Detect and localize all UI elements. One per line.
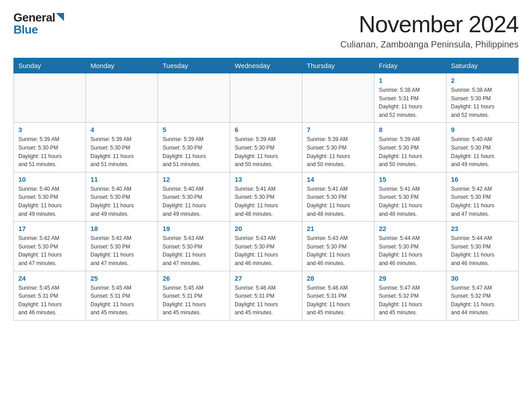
logo: General Blue <box>13 11 64 37</box>
day-info: Sunrise: 5:42 AM Sunset: 5:30 PM Dayligh… <box>90 234 153 267</box>
calendar-cell: 4Sunrise: 5:39 AM Sunset: 5:30 PM Daylig… <box>86 123 158 172</box>
header-day-thursday: Thursday <box>302 58 374 73</box>
month-title: November 2024 <box>340 11 519 38</box>
calendar-week-row: 10Sunrise: 5:40 AM Sunset: 5:30 PM Dayli… <box>14 172 519 221</box>
calendar-cell: 11Sunrise: 5:40 AM Sunset: 5:30 PM Dayli… <box>86 172 158 221</box>
calendar-cell: 27Sunrise: 5:46 AM Sunset: 5:31 PM Dayli… <box>230 271 302 320</box>
calendar-cell <box>158 73 230 123</box>
day-info: Sunrise: 5:41 AM Sunset: 5:30 PM Dayligh… <box>235 185 297 218</box>
day-info: Sunrise: 5:46 AM Sunset: 5:31 PM Dayligh… <box>307 284 369 317</box>
calendar-cell: 2Sunrise: 5:38 AM Sunset: 5:30 PM Daylig… <box>446 73 519 123</box>
day-number: 29 <box>379 274 442 282</box>
calendar-cell: 10Sunrise: 5:40 AM Sunset: 5:30 PM Dayli… <box>14 172 86 221</box>
day-info: Sunrise: 5:42 AM Sunset: 5:30 PM Dayligh… <box>18 234 81 267</box>
day-number: 10 <box>18 176 81 183</box>
calendar-cell: 17Sunrise: 5:42 AM Sunset: 5:30 PM Dayli… <box>14 222 86 271</box>
day-number: 28 <box>307 274 369 282</box>
day-info: Sunrise: 5:42 AM Sunset: 5:30 PM Dayligh… <box>451 185 514 218</box>
day-info: Sunrise: 5:43 AM Sunset: 5:30 PM Dayligh… <box>235 234 297 267</box>
day-number: 11 <box>90 176 153 183</box>
day-number: 21 <box>307 225 369 232</box>
day-number: 6 <box>235 126 297 133</box>
day-number: 25 <box>90 274 153 282</box>
day-info: Sunrise: 5:39 AM Sunset: 5:30 PM Dayligh… <box>235 135 297 168</box>
calendar-cell: 21Sunrise: 5:43 AM Sunset: 5:30 PM Dayli… <box>302 222 374 271</box>
day-number: 3 <box>18 126 81 133</box>
calendar-cell: 15Sunrise: 5:41 AM Sunset: 5:30 PM Dayli… <box>374 172 446 221</box>
calendar-cell: 6Sunrise: 5:39 AM Sunset: 5:30 PM Daylig… <box>230 123 302 172</box>
day-info: Sunrise: 5:40 AM Sunset: 5:30 PM Dayligh… <box>90 185 153 218</box>
day-info: Sunrise: 5:47 AM Sunset: 5:32 PM Dayligh… <box>451 284 514 317</box>
day-info: Sunrise: 5:44 AM Sunset: 5:30 PM Dayligh… <box>379 234 442 267</box>
day-info: Sunrise: 5:39 AM Sunset: 5:30 PM Dayligh… <box>163 135 225 168</box>
day-number: 12 <box>163 176 225 183</box>
day-number: 2 <box>451 77 514 84</box>
calendar-cell: 3Sunrise: 5:39 AM Sunset: 5:30 PM Daylig… <box>14 123 86 172</box>
day-number: 15 <box>379 176 442 183</box>
calendar-cell: 14Sunrise: 5:41 AM Sunset: 5:30 PM Dayli… <box>302 172 374 221</box>
day-info: Sunrise: 5:39 AM Sunset: 5:30 PM Dayligh… <box>18 135 81 168</box>
header-day-friday: Friday <box>374 58 446 73</box>
calendar-cell: 22Sunrise: 5:44 AM Sunset: 5:30 PM Dayli… <box>374 222 446 271</box>
logo-triangle-icon <box>56 13 64 21</box>
header-day-tuesday: Tuesday <box>158 58 230 73</box>
header-day-sunday: Sunday <box>14 58 86 73</box>
svg-marker-0 <box>56 13 64 21</box>
day-info: Sunrise: 5:39 AM Sunset: 5:30 PM Dayligh… <box>307 135 369 168</box>
header: General Blue November 2024 Culianan, Zam… <box>13 11 519 50</box>
day-info: Sunrise: 5:43 AM Sunset: 5:30 PM Dayligh… <box>307 234 369 267</box>
day-info: Sunrise: 5:45 AM Sunset: 5:31 PM Dayligh… <box>163 284 225 317</box>
location-title: Culianan, Zamboanga Peninsula, Philippin… <box>340 39 519 50</box>
day-number: 14 <box>307 176 369 183</box>
day-info: Sunrise: 5:45 AM Sunset: 5:31 PM Dayligh… <box>90 284 153 317</box>
calendar-cell: 30Sunrise: 5:47 AM Sunset: 5:32 PM Dayli… <box>446 271 519 320</box>
day-number: 27 <box>235 274 297 282</box>
day-info: Sunrise: 5:41 AM Sunset: 5:30 PM Dayligh… <box>307 185 369 218</box>
day-info: Sunrise: 5:40 AM Sunset: 5:30 PM Dayligh… <box>18 185 81 218</box>
title-area: November 2024 Culianan, Zamboanga Penins… <box>340 11 519 50</box>
day-info: Sunrise: 5:41 AM Sunset: 5:30 PM Dayligh… <box>379 185 442 218</box>
calendar-cell: 19Sunrise: 5:43 AM Sunset: 5:30 PM Dayli… <box>158 222 230 271</box>
day-info: Sunrise: 5:39 AM Sunset: 5:30 PM Dayligh… <box>90 135 153 168</box>
calendar-cell <box>302 73 374 123</box>
day-info: Sunrise: 5:38 AM Sunset: 5:30 PM Dayligh… <box>451 86 514 119</box>
day-number: 5 <box>163 126 225 133</box>
calendar-cell: 8Sunrise: 5:39 AM Sunset: 5:30 PM Daylig… <box>374 123 446 172</box>
calendar-cell <box>230 73 302 123</box>
day-number: 30 <box>451 274 514 282</box>
calendar-cell: 29Sunrise: 5:47 AM Sunset: 5:32 PM Dayli… <box>374 271 446 320</box>
calendar-cell: 28Sunrise: 5:46 AM Sunset: 5:31 PM Dayli… <box>302 271 374 320</box>
logo-blue-text: Blue <box>13 23 38 37</box>
day-number: 23 <box>451 225 514 232</box>
day-info: Sunrise: 5:39 AM Sunset: 5:30 PM Dayligh… <box>379 135 442 168</box>
calendar-cell: 12Sunrise: 5:40 AM Sunset: 5:30 PM Dayli… <box>158 172 230 221</box>
calendar-week-row: 1Sunrise: 5:38 AM Sunset: 5:31 PM Daylig… <box>14 73 519 123</box>
day-info: Sunrise: 5:46 AM Sunset: 5:31 PM Dayligh… <box>235 284 297 317</box>
calendar-header-row: SundayMondayTuesdayWednesdayThursdayFrid… <box>14 58 519 73</box>
calendar-cell: 16Sunrise: 5:42 AM Sunset: 5:30 PM Dayli… <box>446 172 519 221</box>
calendar-cell: 5Sunrise: 5:39 AM Sunset: 5:30 PM Daylig… <box>158 123 230 172</box>
calendar-cell: 18Sunrise: 5:42 AM Sunset: 5:30 PM Dayli… <box>86 222 158 271</box>
calendar-week-row: 24Sunrise: 5:45 AM Sunset: 5:31 PM Dayli… <box>14 271 519 320</box>
header-day-monday: Monday <box>86 58 158 73</box>
day-number: 4 <box>90 126 153 133</box>
day-number: 26 <box>163 274 225 282</box>
calendar-cell: 23Sunrise: 5:44 AM Sunset: 5:30 PM Dayli… <box>446 222 519 271</box>
day-number: 16 <box>451 176 514 183</box>
calendar-cell <box>14 73 86 123</box>
day-number: 18 <box>90 225 153 232</box>
calendar-cell: 20Sunrise: 5:43 AM Sunset: 5:30 PM Dayli… <box>230 222 302 271</box>
day-info: Sunrise: 5:43 AM Sunset: 5:30 PM Dayligh… <box>163 234 225 267</box>
day-number: 9 <box>451 126 514 133</box>
day-number: 24 <box>18 274 81 282</box>
header-day-wednesday: Wednesday <box>230 58 302 73</box>
day-number: 20 <box>235 225 297 232</box>
day-number: 7 <box>307 126 369 133</box>
day-number: 13 <box>235 176 297 183</box>
calendar-week-row: 3Sunrise: 5:39 AM Sunset: 5:30 PM Daylig… <box>14 123 519 172</box>
calendar-cell: 26Sunrise: 5:45 AM Sunset: 5:31 PM Dayli… <box>158 271 230 320</box>
day-number: 8 <box>379 126 442 133</box>
day-info: Sunrise: 5:44 AM Sunset: 5:30 PM Dayligh… <box>451 234 514 267</box>
calendar-table: SundayMondayTuesdayWednesdayThursdayFrid… <box>13 58 519 321</box>
calendar-week-row: 17Sunrise: 5:42 AM Sunset: 5:30 PM Dayli… <box>14 222 519 271</box>
